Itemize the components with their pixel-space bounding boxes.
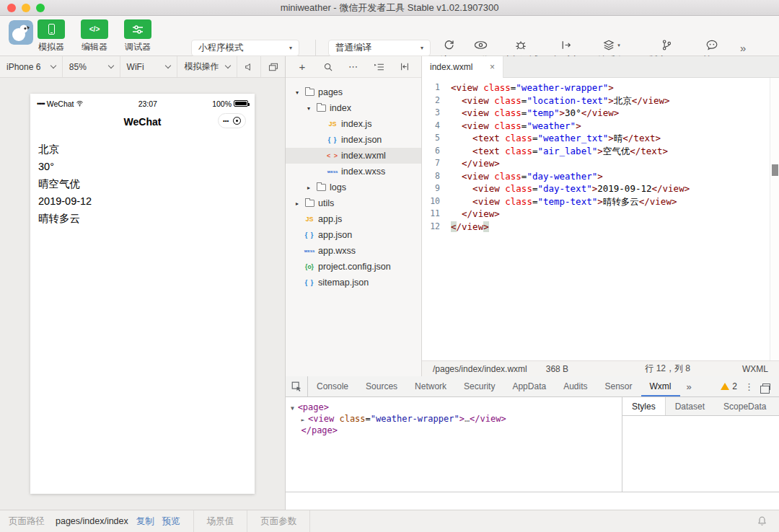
nav-debugger[interactable]: 调试器 bbox=[116, 19, 159, 53]
devtools-tab-wxml[interactable]: Wxml bbox=[641, 376, 680, 396]
close-tab-icon[interactable]: × bbox=[490, 62, 495, 72]
more-options-button[interactable]: ⋯ bbox=[347, 61, 360, 72]
tree-item-index.json[interactable]: { }index.json bbox=[286, 132, 421, 148]
carrier-label: WeChat bbox=[47, 99, 74, 108]
notification-button[interactable] bbox=[757, 515, 767, 527]
warning-count[interactable]: 2 bbox=[732, 381, 737, 391]
warning-icon[interactable] bbox=[721, 383, 729, 390]
tree-arrow-icon[interactable]: ▸ bbox=[304, 185, 313, 191]
phone-screen: ••••• WeChat 23:07 100% WeChat ••• bbox=[30, 94, 255, 494]
chevron-down-icon bbox=[165, 63, 171, 68]
code-line: 7 </view> bbox=[422, 157, 779, 170]
tree-item-label: index.wxml bbox=[341, 151, 386, 161]
code-area[interactable]: 1<view class="weather-wrapper">2 <view c… bbox=[422, 78, 779, 360]
outline-button[interactable] bbox=[373, 63, 386, 71]
devtools-tab-audits[interactable]: Audits bbox=[555, 376, 596, 396]
search-button[interactable] bbox=[322, 62, 335, 72]
devtools-tab-sources[interactable]: Sources bbox=[357, 376, 406, 396]
footer-divider bbox=[193, 510, 194, 532]
tree-item-app.json[interactable]: { }app.json bbox=[286, 227, 421, 243]
traffic-lights bbox=[7, 4, 45, 12]
panel-tab-styles[interactable]: Styles bbox=[622, 397, 666, 415]
tree-item-index.wxml[interactable]: < >index.wxml bbox=[286, 148, 421, 164]
copy-path-link[interactable]: 复制 bbox=[136, 515, 154, 528]
tree-item-index.js[interactable]: JSindex.js bbox=[286, 116, 421, 132]
window-title: miniweather - 微信开发者工具 Stable v1.02.19073… bbox=[281, 1, 499, 14]
tree-item-app.js[interactable]: JSapp.js bbox=[286, 211, 421, 227]
devtools-tab-appdata[interactable]: AppData bbox=[503, 376, 555, 396]
bottom-bar: 页面路径 pages/index/index 复制 预览 场景值 页面参数 bbox=[0, 510, 779, 532]
tree-item-utils[interactable]: ▸utils bbox=[286, 195, 421, 211]
tree-item-index.wxss[interactable]: wxssindex.wxss bbox=[286, 164, 421, 179]
cursor-position: 行 12，列 8 bbox=[645, 363, 690, 375]
tree-item-sitemap.json[interactable]: { }sitemap.json bbox=[286, 275, 421, 291]
debugger-more-tabs-button[interactable]: » bbox=[680, 381, 698, 392]
panel-tab-dataset[interactable]: Dataset bbox=[666, 397, 714, 415]
nav-debugger-label: 调试器 bbox=[116, 41, 159, 53]
scene-value-button[interactable]: 场景值 bbox=[207, 515, 234, 528]
collapse-icon bbox=[400, 62, 410, 71]
tree-item-project.config.json[interactable]: {o}project.config.json bbox=[286, 259, 421, 275]
tree-arrow-icon[interactable]: ▾ bbox=[304, 105, 313, 112]
zoom-window-button[interactable] bbox=[36, 4, 45, 12]
git-branch-icon bbox=[659, 38, 674, 52]
tab-index-wxml[interactable]: index.wxml × bbox=[422, 56, 503, 78]
menu-dots-icon[interactable]: ••• bbox=[223, 118, 229, 124]
simulate-actions-select[interactable]: 模拟操作 bbox=[177, 56, 237, 77]
language-mode[interactable]: WXML bbox=[742, 364, 768, 374]
minimize-window-button[interactable] bbox=[22, 4, 30, 12]
preview-path-link[interactable]: 预览 bbox=[162, 515, 180, 528]
tree-item-label: project.config.json bbox=[318, 262, 391, 272]
editor-scrollbar[interactable] bbox=[770, 78, 779, 360]
line-number: 10 bbox=[422, 195, 451, 208]
nav-editor[interactable]: </> 编辑器 bbox=[73, 19, 116, 53]
network-select[interactable]: WiFi bbox=[120, 56, 178, 77]
inspect-element-button[interactable] bbox=[286, 376, 308, 396]
code-text: <view class="location-text">北京</view> bbox=[451, 94, 670, 107]
line-number: 2 bbox=[422, 94, 451, 107]
nav-simulator[interactable]: 模拟器 bbox=[30, 19, 73, 53]
tree-item-label: index.wxss bbox=[341, 167, 385, 177]
wxml-node[interactable]: ► <view class="weather-wrapper">…</view> bbox=[291, 414, 622, 425]
panel-tab-scopedata[interactable]: ScopeData bbox=[714, 397, 775, 415]
code-text: <view class="weather"> bbox=[451, 120, 581, 133]
capsule-menu[interactable]: ••• bbox=[218, 113, 246, 128]
js-icon: JS bbox=[302, 216, 317, 223]
scrollbar-thumb[interactable] bbox=[772, 164, 778, 176]
window-mode-button[interactable] bbox=[261, 56, 285, 77]
undock-icon[interactable] bbox=[762, 384, 770, 390]
tree-arrow-icon[interactable]: ▸ bbox=[293, 200, 302, 207]
chevron-down-icon: ▾ bbox=[421, 45, 423, 51]
devtools-tab-security[interactable]: Security bbox=[455, 376, 503, 396]
wxml-inspector[interactable]: ▼ <page> ► <view class="weather-wrapper"… bbox=[286, 397, 622, 492]
devtools-menu-icon[interactable]: ⋮ bbox=[744, 381, 754, 392]
device-select[interactable]: iPhone 6 bbox=[0, 56, 63, 77]
home-circle-icon[interactable] bbox=[233, 117, 241, 125]
tree-item-index[interactable]: ▾index bbox=[286, 100, 421, 116]
tree-item-logs[interactable]: ▸logs bbox=[286, 179, 421, 195]
line-number: 8 bbox=[422, 170, 451, 183]
sound-toggle-button[interactable] bbox=[237, 56, 261, 77]
inspect-cursor-icon bbox=[291, 381, 302, 392]
simulator-icon bbox=[48, 24, 55, 35]
tree-item-app.wxss[interactable]: wxssapp.wxss bbox=[286, 243, 421, 259]
zoom-select[interactable]: 85% bbox=[63, 56, 120, 77]
wxml-node[interactable]: </page> bbox=[291, 425, 622, 436]
add-file-button[interactable]: + bbox=[296, 61, 309, 73]
tree-item-pages[interactable]: ▾pages bbox=[286, 84, 421, 100]
devtools-tab-network[interactable]: Network bbox=[406, 376, 455, 396]
collapse-panel-button[interactable] bbox=[398, 62, 411, 71]
explorer-toolbar: + ⋯ bbox=[286, 56, 421, 78]
tree-arrow-icon[interactable]: ▾ bbox=[293, 89, 302, 96]
close-window-button[interactable] bbox=[7, 4, 16, 12]
toolbar-more-button[interactable]: » bbox=[740, 42, 746, 54]
weather-line: 晴转多云 bbox=[38, 210, 247, 227]
code-lines: 1<view class="weather-wrapper">2 <view c… bbox=[422, 81, 779, 233]
tree-item-label: sitemap.json bbox=[318, 278, 369, 288]
devtools-tab-sensor[interactable]: Sensor bbox=[597, 376, 641, 396]
page-params-button[interactable]: 页面参数 bbox=[260, 515, 296, 528]
wxml-node[interactable]: ▼ <page> bbox=[291, 402, 622, 414]
devtools-tab-console[interactable]: Console bbox=[308, 376, 357, 396]
compile-mode-select[interactable]: 普通编译 ▾ bbox=[328, 40, 431, 56]
mode-select[interactable]: 小程序模式 ▾ bbox=[191, 40, 299, 56]
